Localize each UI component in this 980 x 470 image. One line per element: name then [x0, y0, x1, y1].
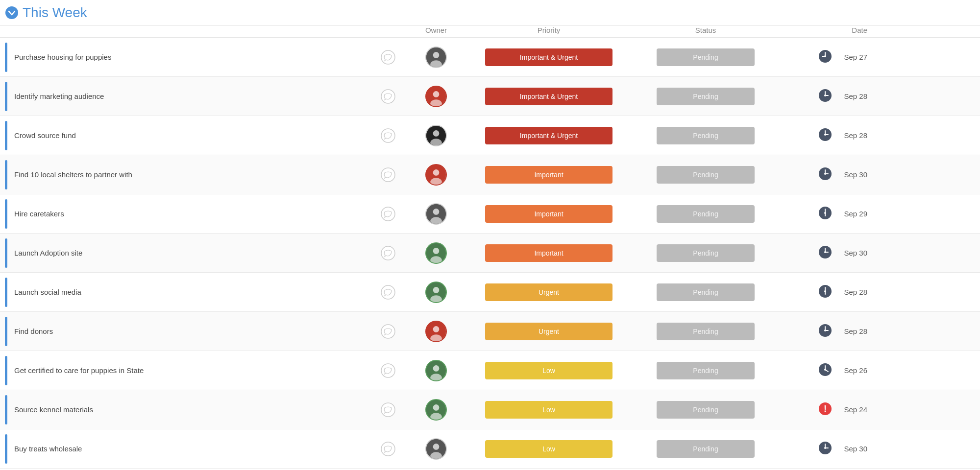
status-badge[interactable]: Pending: [657, 440, 755, 458]
table-row: Identify marketing audience Important & …: [0, 77, 980, 116]
task-priority[interactable]: Urgent: [470, 323, 627, 340]
task-priority[interactable]: Important: [470, 244, 627, 262]
task-owner: [402, 47, 470, 68]
table-row: Find 10 local shelters to partner with I…: [0, 155, 980, 194]
task-status[interactable]: Pending: [627, 283, 784, 301]
comment-icon[interactable]: [380, 206, 396, 222]
priority-badge[interactable]: Important: [485, 205, 612, 223]
clock-icon: [818, 324, 832, 339]
status-badge[interactable]: Pending: [657, 166, 755, 184]
task-status[interactable]: Pending: [627, 88, 784, 105]
svg-point-19: [433, 130, 440, 137]
svg-point-75: [433, 404, 440, 411]
svg-point-27: [433, 169, 440, 176]
task-bar: [5, 160, 7, 189]
priority-badge[interactable]: Important & Urgent: [485, 48, 612, 66]
avatar: [425, 203, 447, 225]
comment-icon[interactable]: [380, 167, 396, 183]
priority-badge[interactable]: Low: [485, 401, 612, 419]
task-priority[interactable]: Important & Urgent: [470, 88, 627, 105]
task-priority[interactable]: Important: [470, 166, 627, 184]
priority-badge[interactable]: Low: [485, 440, 612, 458]
svg-point-81: [433, 444, 440, 450]
task-status[interactable]: Pending: [627, 48, 784, 66]
status-badge[interactable]: Pending: [657, 205, 755, 223]
svg-point-12: [430, 99, 442, 107]
date-text: Sep 26: [838, 366, 867, 375]
svg-point-8: [824, 55, 826, 57]
task-owner: [402, 242, 470, 264]
task-date-col: Sep 28: [784, 284, 882, 300]
task-status[interactable]: Pending: [627, 362, 784, 379]
comment-icon[interactable]: [380, 363, 396, 378]
task-priority[interactable]: Important: [470, 205, 627, 223]
comment-icon[interactable]: [380, 284, 396, 300]
date-text: Sep 28: [838, 92, 867, 100]
comment-icon[interactable]: [380, 324, 396, 339]
comment-icon[interactable]: [380, 49, 396, 65]
task-bar: [5, 199, 7, 229]
task-list: Purchase housing for puppies Important &…: [0, 38, 980, 469]
task-owner: [402, 321, 470, 342]
date-text: Sep 27: [838, 53, 867, 61]
svg-point-86: [824, 447, 826, 449]
date-text: Sep 30: [838, 170, 867, 179]
task-left-1: Purchase housing for puppies: [0, 43, 402, 72]
date-text: Sep 29: [838, 210, 867, 218]
comment-icon[interactable]: [380, 89, 396, 104]
comment-icon[interactable]: [380, 128, 396, 143]
svg-point-20: [430, 139, 442, 146]
comment-icon[interactable]: [380, 441, 396, 457]
task-status[interactable]: Pending: [627, 244, 784, 262]
svg-point-72: [824, 369, 826, 371]
priority-badge[interactable]: Important: [485, 244, 612, 262]
comment-icon[interactable]: [380, 245, 396, 261]
task-status[interactable]: Pending: [627, 440, 784, 458]
status-badge[interactable]: Pending: [657, 401, 755, 419]
task-priority[interactable]: Low: [470, 362, 627, 379]
task-bar: [5, 43, 7, 72]
task-status[interactable]: Pending: [627, 205, 784, 223]
task-name: Get certified to care for puppies in Sta…: [14, 366, 380, 375]
status-badge[interactable]: Pending: [657, 48, 755, 66]
task-priority[interactable]: Urgent: [470, 283, 627, 301]
task-status[interactable]: Pending: [627, 323, 784, 340]
priority-badge[interactable]: Important & Urgent: [485, 88, 612, 105]
svg-point-51: [433, 287, 440, 293]
col-header-date: Date: [784, 26, 882, 34]
task-priority[interactable]: Important & Urgent: [470, 127, 627, 144]
status-badge[interactable]: Pending: [657, 127, 755, 144]
comment-icon[interactable]: [380, 402, 396, 418]
svg-point-68: [430, 374, 442, 381]
svg-point-64: [824, 329, 826, 331]
task-left-9: Get certified to care for puppies in Sta…: [0, 356, 402, 385]
main-container: This Week Owner Priority Status Date Pur…: [0, 0, 980, 470]
priority-badge[interactable]: Low: [485, 362, 612, 379]
clock-icon: [818, 206, 832, 221]
task-bar: [5, 82, 7, 111]
task-status[interactable]: Pending: [627, 401, 784, 419]
table-row: Crowd source fund Important & Urgent Pen…: [0, 116, 980, 155]
status-badge[interactable]: Pending: [657, 88, 755, 105]
task-owner: [402, 164, 470, 186]
task-priority[interactable]: Low: [470, 440, 627, 458]
task-status[interactable]: Pending: [627, 166, 784, 184]
priority-badge[interactable]: Urgent: [485, 323, 612, 340]
svg-point-52: [430, 295, 442, 303]
priority-badge[interactable]: Important: [485, 166, 612, 184]
status-badge[interactable]: Pending: [657, 362, 755, 379]
chevron-down-icon[interactable]: [5, 6, 19, 20]
task-date-col: Sep 28: [784, 324, 882, 339]
task-owner: [402, 86, 470, 107]
svg-point-11: [433, 91, 440, 97]
task-status[interactable]: Pending: [627, 127, 784, 144]
task-priority[interactable]: Important & Urgent: [470, 48, 627, 66]
status-badge[interactable]: Pending: [657, 323, 755, 340]
task-name: Launch Adoption site: [14, 249, 380, 257]
priority-badge[interactable]: Important & Urgent: [485, 127, 612, 144]
date-text: Sep 28: [838, 327, 867, 335]
task-priority[interactable]: Low: [470, 401, 627, 419]
status-badge[interactable]: Pending: [657, 283, 755, 301]
status-badge[interactable]: Pending: [657, 244, 755, 262]
priority-badge[interactable]: Urgent: [485, 283, 612, 301]
